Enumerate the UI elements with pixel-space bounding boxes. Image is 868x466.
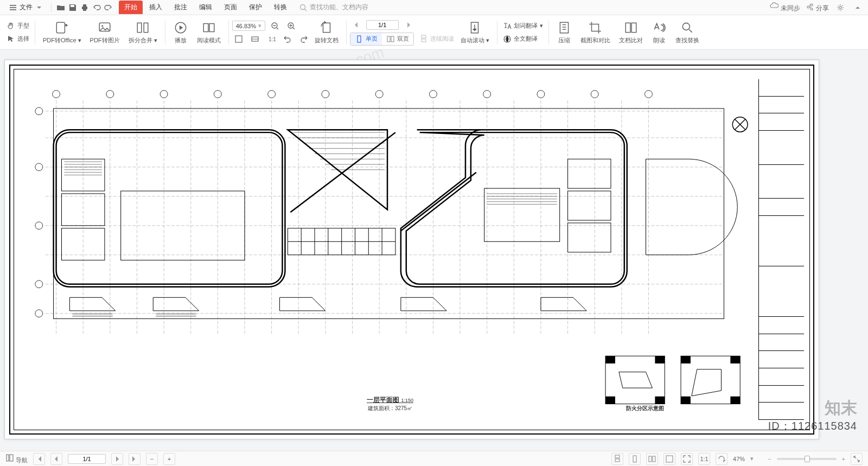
translate-selection[interactable]: 划词翻译 ▾ <box>501 21 545 31</box>
single-page[interactable]: 单页 <box>350 33 382 45</box>
translate-all[interactable]: 全文翻译 <box>501 34 540 44</box>
tab-insert[interactable]: 插入 <box>144 1 168 14</box>
best-fit[interactable] <box>851 453 863 465</box>
file-menu[interactable]: 文件 <box>4 1 48 14</box>
zoom-out-sb[interactable]: − <box>146 453 158 465</box>
compress[interactable]: 压缩 <box>552 20 576 44</box>
hand-icon <box>7 22 15 30</box>
crop-compare[interactable]: 截图和对比 <box>576 20 615 44</box>
first-page-icon <box>35 455 43 463</box>
continuous-read[interactable]: 连续阅读 <box>417 34 456 44</box>
view-double[interactable] <box>646 453 658 465</box>
tab-protect[interactable]: 保护 <box>244 1 267 14</box>
select-tool[interactable]: 选择 <box>4 34 31 44</box>
fullscreen[interactable] <box>681 453 693 465</box>
svg-rect-14 <box>358 36 361 42</box>
tab-annotate[interactable]: 批注 <box>169 1 193 14</box>
undo-button[interactable] <box>91 2 103 14</box>
page-layout-toggle: 单页 双页 <box>350 33 414 46</box>
translate-all-icon <box>503 35 512 43</box>
search-icon <box>299 3 308 12</box>
play-icon <box>174 21 188 35</box>
svg-point-58 <box>53 91 60 98</box>
read-mode[interactable]: 阅读模式 <box>193 20 225 44</box>
pdf-page: 一层平面图 1:150 建筑面积：3275㎡ 防火分区示意图 <box>4 60 819 439</box>
svg-point-73 <box>35 280 43 288</box>
pdf-office-icon <box>55 21 69 35</box>
auto-scroll[interactable]: 自动滚动 ▾ <box>456 20 494 44</box>
last-page[interactable] <box>129 453 141 465</box>
tab-page[interactable]: 页面 <box>219 1 242 14</box>
select-label: 选择 <box>17 35 29 43</box>
prev-page-sb[interactable] <box>50 453 62 465</box>
rotate-icon <box>717 455 726 463</box>
print-button[interactable] <box>79 2 91 14</box>
plan-title: 一层平面图 1:150 <box>367 395 413 405</box>
pdf-to-office[interactable]: PDF转Office ▾ <box>39 20 86 44</box>
crop-icon <box>588 21 602 35</box>
document-viewport[interactable]: 知末网www.znzmo.com 知末网www.znzmo.com 知末网www… <box>0 50 868 451</box>
chevron-down-icon <box>35 3 43 12</box>
double-page[interactable]: 双页 <box>382 33 413 45</box>
share-button[interactable]: 分享 <box>806 2 829 13</box>
rotate-right[interactable] <box>297 34 310 44</box>
view-single[interactable] <box>629 453 641 465</box>
settings-button[interactable] <box>834 2 846 14</box>
rotate-doc-label: 旋转文档 <box>315 36 339 44</box>
view-cont-icon <box>613 455 622 463</box>
nav-toggle[interactable]: 导航 <box>5 454 28 464</box>
svg-rect-5 <box>137 23 142 32</box>
rotate-sb[interactable] <box>716 453 727 465</box>
save-button[interactable] <box>67 2 79 14</box>
zoom-value[interactable]: 46.83%▾ <box>232 21 265 31</box>
doc-compare[interactable]: 文档比对 <box>615 20 647 44</box>
compress-label: 压缩 <box>558 36 570 44</box>
svg-rect-2 <box>57 22 65 33</box>
first-page[interactable] <box>33 453 45 465</box>
rotate-doc[interactable]: 旋转文档 <box>310 20 343 44</box>
search-box[interactable]: 查找功能、文档内容 <box>299 3 368 12</box>
zoom-in-sb[interactable]: + <box>163 453 175 465</box>
last-page-icon <box>130 455 139 463</box>
zoom-slider[interactable] <box>777 458 837 460</box>
open-folder-button[interactable] <box>55 2 67 14</box>
view-continuous[interactable] <box>611 453 623 465</box>
fit-width[interactable] <box>248 34 261 44</box>
svg-point-62 <box>268 91 276 98</box>
page-input[interactable] <box>366 20 399 30</box>
prev-page[interactable] <box>350 20 363 30</box>
fit-page[interactable] <box>232 34 245 44</box>
save-icon <box>68 3 77 12</box>
find-replace-label: 查找替换 <box>675 36 699 44</box>
svg-point-74 <box>35 310 43 317</box>
next-page[interactable] <box>402 20 415 30</box>
zoom-plus[interactable]: + <box>842 456 845 462</box>
find-replace[interactable]: 查找替换 <box>671 20 704 44</box>
search-placeholder: 查找功能、文档内容 <box>310 3 368 12</box>
sync-status[interactable]: 未同步 <box>770 2 800 13</box>
zoom-minus[interactable]: − <box>768 456 771 462</box>
fit-actual[interactable]: 1:1 <box>265 34 278 44</box>
tab-start[interactable]: 开始 <box>119 1 143 14</box>
tab-edit[interactable]: 编辑 <box>194 1 218 14</box>
view-fit[interactable] <box>663 453 675 465</box>
zoom-out[interactable] <box>269 21 282 31</box>
svg-rect-22 <box>626 23 630 32</box>
play[interactable]: 播放 <box>169 20 193 44</box>
split-merge[interactable]: 拆分合并 ▾ <box>124 20 162 44</box>
fit-width-icon <box>251 35 259 43</box>
redo-button[interactable] <box>103 2 114 14</box>
tab-convert[interactable]: 转换 <box>269 1 292 14</box>
read-mode-label: 阅读模式 <box>197 36 221 44</box>
rotate-left[interactable] <box>281 34 294 44</box>
zoom-in[interactable] <box>285 21 298 31</box>
read-aloud[interactable]: 朗读 <box>647 20 671 44</box>
page-input-sb[interactable] <box>68 454 106 464</box>
pdf-to-image[interactable]: PDF转图片 <box>86 20 124 44</box>
collapse-ribbon-button[interactable] <box>852 2 864 14</box>
next-page-sb[interactable] <box>111 453 123 465</box>
svg-point-1 <box>839 6 841 8</box>
hand-tool[interactable]: 手型 <box>4 21 31 31</box>
actual-size-sb[interactable]: 1:1 <box>698 453 710 465</box>
fullscreen-icon <box>682 455 691 463</box>
